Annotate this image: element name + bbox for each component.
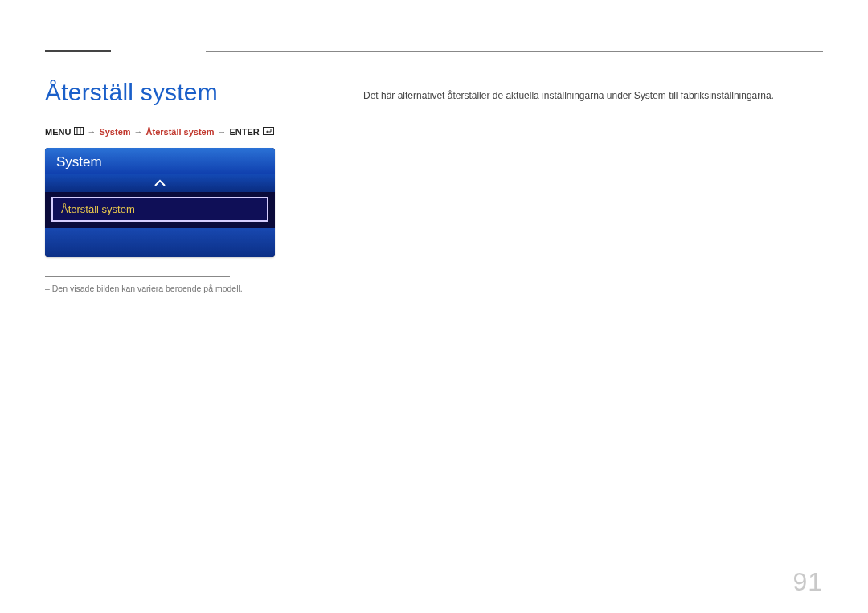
osd-panel: System Återställ system [45, 148, 275, 257]
enter-icon [263, 127, 274, 137]
thin-rule [206, 51, 823, 52]
page-number: 91 [792, 567, 823, 597]
thick-rule [45, 50, 111, 52]
note-rule [45, 276, 230, 277]
osd-selected-item[interactable]: Återställ system [51, 197, 268, 222]
breadcrumb-menu: MENU [45, 127, 71, 137]
note-text: – Den visade bilden kan variera beroende… [45, 284, 318, 293]
description-text: Det här alternativet återställer de aktu… [363, 90, 823, 101]
svg-rect-0 [75, 128, 84, 135]
osd-footer [45, 228, 275, 257]
top-rule-group [45, 50, 823, 56]
breadcrumb-reset: Återställ system [146, 127, 215, 137]
breadcrumb-enter: ENTER [230, 127, 260, 137]
osd-header: System [45, 148, 275, 174]
breadcrumb-system: System [99, 127, 130, 137]
arrow-icon: → [218, 127, 227, 137]
menu-icon [74, 127, 84, 137]
breadcrumb: MENU → System → Återställ system → ENTER [45, 127, 318, 137]
chevron-up-icon [154, 176, 166, 190]
osd-scroll-up[interactable] [45, 174, 275, 192]
arrow-icon: → [134, 127, 143, 137]
page-title: Återställ system [45, 79, 318, 106]
svg-rect-3 [263, 128, 273, 135]
arrow-icon: → [87, 127, 96, 137]
osd-selected-wrap: Återställ system [45, 192, 275, 228]
